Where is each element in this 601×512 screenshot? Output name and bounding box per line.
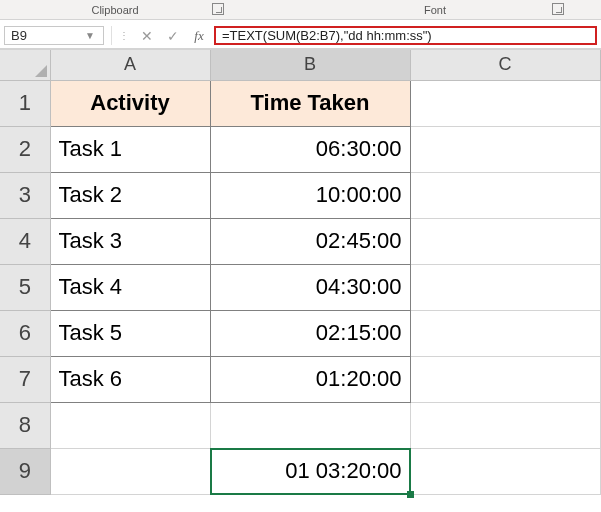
cell-A3[interactable]: Task 2 [50,172,210,218]
ribbon-font-label: Font [424,4,446,16]
cell-C8[interactable] [410,402,600,448]
cell-B1[interactable]: Time Taken [210,80,410,126]
cell-C1[interactable] [410,80,600,126]
cell-A7[interactable]: Task 6 [50,356,210,402]
column-header-B[interactable]: B [210,50,410,80]
row-header-4[interactable]: 4 [0,218,50,264]
cell-C3[interactable] [410,172,600,218]
name-box-value: B9 [11,28,27,43]
formula-input[interactable]: =TEXT(SUM(B2:B7),"dd hh:mm:ss") [214,26,597,45]
column-header-C[interactable]: C [410,50,600,80]
cell-C9[interactable] [410,448,600,494]
row-header-6[interactable]: 6 [0,310,50,356]
cell-A8[interactable] [50,402,210,448]
select-all-corner[interactable] [0,50,50,80]
cell-A5[interactable]: Task 4 [50,264,210,310]
row-header-8[interactable]: 8 [0,402,50,448]
fill-handle[interactable] [407,491,414,498]
ribbon-group-labels: Clipboard Font [0,0,601,20]
row-header-2[interactable]: 2 [0,126,50,172]
font-launcher-icon[interactable] [552,3,564,15]
ribbon-group-clipboard: Clipboard [0,0,230,19]
row-header-7[interactable]: 7 [0,356,50,402]
fx-icon: fx [194,28,203,44]
cell-B6[interactable]: 02:15:00 [210,310,410,356]
cell-C6[interactable] [410,310,600,356]
cell-B8[interactable] [210,402,410,448]
row-header-5[interactable]: 5 [0,264,50,310]
ribbon-clipboard-label: Clipboard [91,4,138,16]
cell-B3[interactable]: 10:00:00 [210,172,410,218]
cell-B2[interactable]: 06:30:00 [210,126,410,172]
column-header-A[interactable]: A [50,50,210,80]
formula-bar: B9 ▼ ⋮ ✕ ✓ fx =TEXT(SUM(B2:B7),"dd hh:mm… [0,20,601,50]
row-header-3[interactable]: 3 [0,172,50,218]
worksheet-grid[interactable]: A B C 1 Activity Time Taken 2 Task 1 06:… [0,50,601,495]
cell-C2[interactable] [410,126,600,172]
ribbon-group-font: Font [300,0,570,19]
formula-cancel-button[interactable]: ✕ [134,26,160,45]
cell-A6[interactable]: Task 5 [50,310,210,356]
clipboard-launcher-icon[interactable] [212,3,224,15]
formula-bar-separator [104,26,112,45]
cell-A9[interactable] [50,448,210,494]
cancel-icon: ✕ [141,28,153,44]
cell-B5[interactable]: 04:30:00 [210,264,410,310]
name-box-dropdown-icon[interactable]: ▼ [83,30,97,41]
row-header-1[interactable]: 1 [0,80,50,126]
cell-A4[interactable]: Task 3 [50,218,210,264]
cell-C5[interactable] [410,264,600,310]
row-header-9[interactable]: 9 [0,448,50,494]
cell-B7[interactable]: 01:20:00 [210,356,410,402]
cell-C4[interactable] [410,218,600,264]
formula-text: =TEXT(SUM(B2:B7),"dd hh:mm:ss") [222,28,432,43]
formula-bar-dots-icon: ⋮ [114,26,134,45]
cell-C7[interactable] [410,356,600,402]
insert-function-button[interactable]: fx [186,26,212,45]
name-box[interactable]: B9 ▼ [4,26,104,45]
checkmark-icon: ✓ [167,28,179,44]
cell-A1[interactable]: Activity [50,80,210,126]
cell-B9-value: 01 03:20:00 [285,458,401,483]
cell-B4[interactable]: 02:45:00 [210,218,410,264]
cell-B9[interactable]: 01 03:20:00 [210,448,410,494]
formula-enter-button[interactable]: ✓ [160,26,186,45]
cell-A2[interactable]: Task 1 [50,126,210,172]
